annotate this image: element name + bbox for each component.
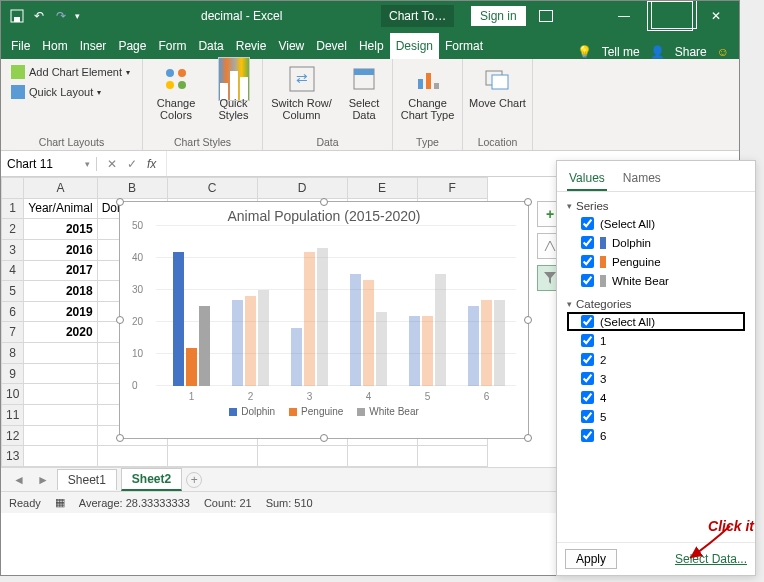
row-header[interactable]: 13 xyxy=(2,446,24,467)
enter-formula-icon[interactable]: ✓ xyxy=(127,157,137,171)
minimize-button[interactable]: — xyxy=(601,1,647,31)
checkbox[interactable] xyxy=(581,274,594,287)
col-header[interactable]: F xyxy=(417,178,487,199)
col-header[interactable]: E xyxy=(347,178,417,199)
select-all-corner[interactable] xyxy=(2,178,24,199)
row-header[interactable]: 6 xyxy=(2,301,24,322)
resize-handle[interactable] xyxy=(116,316,124,324)
share-icon[interactable]: 👤 xyxy=(650,45,665,59)
filter-series-header[interactable]: Series xyxy=(567,198,745,214)
cell[interactable]: 2015 xyxy=(24,219,97,240)
select-data-link[interactable]: Select Data... xyxy=(675,552,747,566)
col-header[interactable]: D xyxy=(257,178,347,199)
cell[interactable]: 2016 xyxy=(24,239,97,260)
resize-handle[interactable] xyxy=(116,434,124,442)
tab-insert[interactable]: Inser xyxy=(74,33,113,59)
checkbox[interactable] xyxy=(581,334,594,347)
filter-category-item[interactable]: 3 xyxy=(567,369,745,388)
resize-handle[interactable] xyxy=(524,316,532,324)
row-header[interactable]: 7 xyxy=(2,322,24,343)
name-box[interactable]: Chart 11▾ xyxy=(1,157,97,171)
cell[interactable]: 2018 xyxy=(24,281,97,302)
row-header[interactable]: 10 xyxy=(2,384,24,405)
move-chart-button[interactable]: Move Chart xyxy=(469,63,526,109)
resize-handle[interactable] xyxy=(320,198,328,206)
filter-category-item[interactable]: 2 xyxy=(567,350,745,369)
checkbox[interactable] xyxy=(581,410,594,423)
new-sheet-button[interactable]: + xyxy=(186,472,202,488)
row-header[interactable]: 12 xyxy=(2,425,24,446)
add-chart-element-button[interactable]: Add Chart Element▾ xyxy=(7,63,134,81)
cell[interactable] xyxy=(24,343,97,364)
col-header[interactable]: A xyxy=(24,178,97,199)
tab-developer[interactable]: Devel xyxy=(310,33,353,59)
filter-categories-selectall[interactable]: (Select All) xyxy=(567,312,745,331)
quick-layout-button[interactable]: Quick Layout▾ xyxy=(7,83,105,101)
chart-plot-area[interactable]: 01020304050123456 xyxy=(132,226,516,386)
redo-icon[interactable]: ↷ xyxy=(53,8,69,24)
filter-category-item[interactable]: 6 xyxy=(567,426,745,445)
macro-record-icon[interactable]: ▦ xyxy=(55,496,65,509)
row-header[interactable]: 5 xyxy=(2,281,24,302)
col-header[interactable]: B xyxy=(97,178,167,199)
filter-series-item[interactable]: Penguine xyxy=(567,252,745,271)
cell[interactable] xyxy=(257,446,347,467)
tab-data[interactable]: Data xyxy=(192,33,229,59)
resize-handle[interactable] xyxy=(524,434,532,442)
fx-icon[interactable]: fx xyxy=(147,157,156,171)
maximize-button[interactable] xyxy=(647,1,693,31)
tab-review[interactable]: Revie xyxy=(230,33,273,59)
sheet-tab[interactable]: Sheet1 xyxy=(57,469,117,490)
change-chart-type-button[interactable]: Change Chart Type xyxy=(399,63,456,121)
cell[interactable] xyxy=(24,446,97,467)
checkbox[interactable] xyxy=(581,372,594,385)
cell[interactable]: 2019 xyxy=(24,301,97,322)
tab-help[interactable]: Help xyxy=(353,33,390,59)
filter-tab-names[interactable]: Names xyxy=(621,167,663,191)
cell[interactable]: 2020 xyxy=(24,322,97,343)
cell[interactable] xyxy=(24,363,97,384)
row-header[interactable]: 8 xyxy=(2,343,24,364)
embedded-chart[interactable]: Animal Population (2015-2020) 0102030405… xyxy=(119,201,529,439)
filter-series-item[interactable]: Dolphin xyxy=(567,233,745,252)
smiley-icon[interactable]: ☺ xyxy=(717,45,729,59)
checkbox[interactable] xyxy=(581,315,594,328)
cell[interactable] xyxy=(24,425,97,446)
cancel-formula-icon[interactable]: ✕ xyxy=(107,157,117,171)
row-header[interactable]: 1 xyxy=(2,198,24,219)
cell[interactable] xyxy=(24,384,97,405)
tab-file[interactable]: File xyxy=(5,33,36,59)
col-header[interactable]: C xyxy=(167,178,257,199)
apply-button[interactable]: Apply xyxy=(565,549,617,569)
filter-category-item[interactable]: 4 xyxy=(567,388,745,407)
filter-series-item[interactable]: White Bear xyxy=(567,271,745,290)
cell[interactable] xyxy=(417,446,487,467)
quick-styles-button[interactable]: Quick Styles xyxy=(211,63,256,121)
checkbox[interactable] xyxy=(581,255,594,268)
row-header[interactable]: 4 xyxy=(2,260,24,281)
row-header[interactable]: 3 xyxy=(2,239,24,260)
change-colors-button[interactable]: Change Colors xyxy=(149,63,203,121)
row-header[interactable]: 9 xyxy=(2,363,24,384)
cell[interactable] xyxy=(24,405,97,426)
filter-tab-values[interactable]: Values xyxy=(567,167,607,191)
save-icon[interactable] xyxy=(9,8,25,24)
tab-home[interactable]: Hom xyxy=(36,33,73,59)
select-data-button[interactable]: Select Data xyxy=(342,63,386,121)
chart-legend[interactable]: DolphinPenguineWhite Bear xyxy=(120,386,528,417)
checkbox[interactable] xyxy=(581,217,594,230)
filter-categories-header[interactable]: Categories xyxy=(567,296,745,312)
tab-view[interactable]: View xyxy=(272,33,310,59)
cell[interactable] xyxy=(167,446,257,467)
cell[interactable] xyxy=(347,446,417,467)
tab-page[interactable]: Page xyxy=(112,33,152,59)
switch-row-column-button[interactable]: ⇄ Switch Row/ Column xyxy=(269,63,334,121)
checkbox[interactable] xyxy=(581,353,594,366)
row-header[interactable]: 11 xyxy=(2,405,24,426)
checkbox[interactable] xyxy=(581,236,594,249)
qat-dropdown-icon[interactable]: ▾ xyxy=(75,11,80,21)
resize-handle[interactable] xyxy=(320,434,328,442)
checkbox[interactable] xyxy=(581,429,594,442)
share-label[interactable]: Share xyxy=(675,45,707,59)
checkbox[interactable] xyxy=(581,391,594,404)
